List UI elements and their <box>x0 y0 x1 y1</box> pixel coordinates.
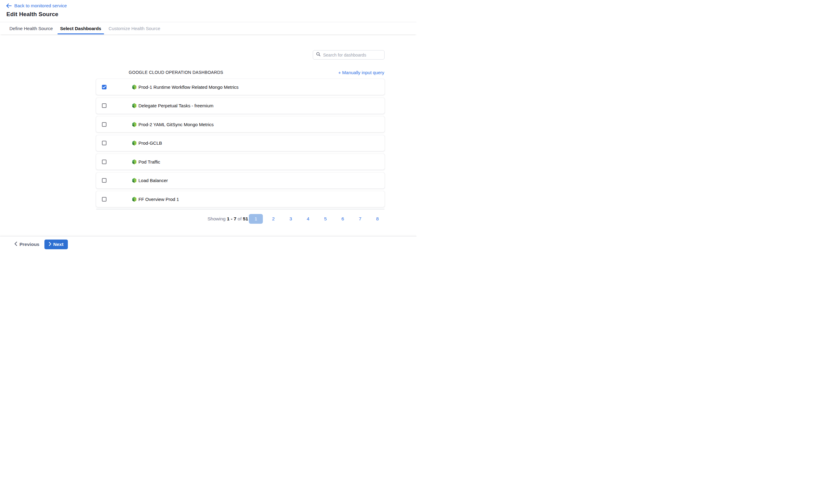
dashboard-hexagon-icon <box>132 103 137 108</box>
tab-customize-health-source[interactable]: Customize Health Source <box>109 22 160 34</box>
pagination-showing-text: Showing <box>208 216 225 221</box>
dashboard-row[interactable]: Delegate Perpetual Tasks - freemium <box>96 98 385 114</box>
page-button-2[interactable]: 2 <box>265 214 282 224</box>
dashboard-search-box <box>313 50 385 59</box>
wizard-footer: Previous Next <box>0 236 416 252</box>
pagination: Showing 1 - 7 of 51 1 2345678 <box>96 214 385 224</box>
dashboard-row[interactable]: Pod Traffic <box>96 154 385 170</box>
manually-input-query-link[interactable]: + Manually input query <box>338 70 384 75</box>
pagination-of-text: of <box>238 216 242 221</box>
list-header-row: GOOGLE CLOUD OPERATION DASHBOARDS + Manu… <box>129 69 384 76</box>
wizard-tabbar: Define Health Source Select Dashboards C… <box>0 22 416 34</box>
page-button-8[interactable]: 8 <box>369 214 386 224</box>
dashboard-checkbox[interactable] <box>102 197 106 202</box>
dashboard-hexagon-icon <box>132 197 137 202</box>
search-icon <box>316 52 321 58</box>
tab-select-dashboards-label: Select Dashboards <box>60 26 101 31</box>
dashboard-row[interactable]: Prod-GCLB <box>96 135 385 151</box>
dashboard-row[interactable]: FF Overview Prod 1 <box>96 191 385 207</box>
page-button-7[interactable]: 7 <box>351 214 369 224</box>
page-button-5[interactable]: 5 <box>317 214 334 224</box>
edit-health-source-page: Back to monitored service Edit Health So… <box>0 0 416 252</box>
dashboard-checkbox[interactable] <box>102 85 106 90</box>
dashboard-hexagon-icon <box>132 84 137 90</box>
section-title: GOOGLE CLOUD OPERATION DASHBOARDS <box>129 70 223 75</box>
page-button-6[interactable]: 6 <box>334 214 351 224</box>
dashboard-row[interactable]: Prod-1 Runtime Workflow Related Mongo Me… <box>96 79 385 95</box>
dashboard-checkbox[interactable] <box>102 141 106 145</box>
dashboard-name: Pod Traffic <box>138 159 160 165</box>
list-end-divider <box>96 209 385 209</box>
page-button-4[interactable]: 4 <box>300 214 317 224</box>
dashboard-name: Load Balancer <box>138 178 168 183</box>
page-buttons: 2345678 <box>265 214 386 224</box>
page-header: Back to monitored service Edit Health So… <box>0 0 416 22</box>
dashboard-name: Prod-2 YAML GitSync Mongo Metrics <box>138 122 214 127</box>
dashboard-name: Prod-GCLB <box>138 141 162 146</box>
dashboard-name: FF Overview Prod 1 <box>138 197 179 202</box>
dashboard-checkbox[interactable] <box>102 159 106 164</box>
tab-select-dashboards[interactable]: Select Dashboards <box>60 22 101 34</box>
dashboard-list: Prod-1 Runtime Workflow Related Mongo Me… <box>96 79 385 210</box>
dashboard-checkbox[interactable] <box>102 103 106 108</box>
dashboard-hexagon-icon <box>132 159 137 165</box>
dashboard-select-panel: GOOGLE CLOUD OPERATION DASHBOARDS + Manu… <box>0 34 416 236</box>
page-button-active[interactable]: 1 <box>249 214 263 224</box>
page-title: Edit Health Source <box>6 11 58 18</box>
previous-button[interactable]: Previous <box>14 236 39 252</box>
back-link-label: Back to monitored service <box>14 3 67 8</box>
previous-button-label: Previous <box>20 242 39 247</box>
dashboard-row[interactable]: Load Balancer <box>96 173 385 188</box>
chevron-left-icon <box>14 242 17 247</box>
dashboard-name: Prod-1 Runtime Workflow Related Mongo Me… <box>138 84 239 90</box>
active-tab-underline <box>57 33 104 34</box>
pagination-summary: Showing 1 - 7 of 51 <box>208 214 248 224</box>
dashboard-checkbox[interactable] <box>102 122 106 127</box>
chevron-right-icon <box>49 242 51 247</box>
dashboard-hexagon-icon <box>132 141 137 146</box>
next-button-label: Next <box>53 242 64 247</box>
page-button-3[interactable]: 3 <box>282 214 300 224</box>
pagination-range: 1 - 7 <box>227 216 236 221</box>
back-to-monitored-service-link[interactable]: Back to monitored service <box>6 3 67 8</box>
dashboard-row[interactable]: Prod-2 YAML GitSync Mongo Metrics <box>96 117 385 132</box>
dashboard-hexagon-icon <box>132 122 137 127</box>
arrow-left-icon <box>6 3 11 8</box>
dashboard-hexagon-icon <box>132 178 137 183</box>
tab-define-health-source[interactable]: Define Health Source <box>9 22 53 34</box>
pagination-total: 51 <box>243 216 248 221</box>
next-button[interactable]: Next <box>44 240 68 249</box>
search-input[interactable] <box>323 53 381 57</box>
dashboard-name: Delegate Perpetual Tasks - freemium <box>138 103 214 108</box>
dashboard-checkbox[interactable] <box>102 178 106 183</box>
